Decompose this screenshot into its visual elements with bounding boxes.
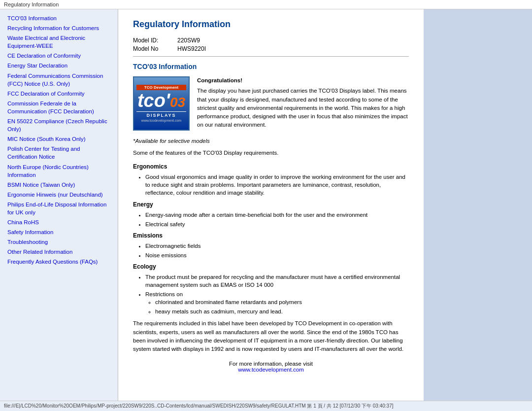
tco-logo-url: www.tcodevelopment.com (141, 119, 181, 122)
sidebar-item-recycling[interactable]: Recycling Information for Customers (7, 24, 110, 32)
sidebar-item-energy-star[interactable]: Energy Star Declaration (7, 62, 110, 69)
features-intro: Some of the features of the TCO'03 Displ… (133, 149, 409, 157)
sidebar-item-bsmi[interactable]: BSMI Notice (Taiwan Only) (7, 181, 110, 189)
for-more-section: For more information, please visit www.t… (133, 361, 409, 373)
sidebar-item-ergonomie[interactable]: Ergonomie Hinweis (nur Deutschland) (7, 191, 110, 199)
sidebar-item-fcc-declaration[interactable]: FCC Declaration of Conformity (7, 90, 110, 98)
sidebar-item-fcc[interactable]: Federal Communications Commission (FCC) … (7, 72, 110, 88)
footer-text: file:///E|/LCD%20/Monitor%20OEM/Philips/… (4, 403, 394, 409)
sidebar-item-north-europe[interactable]: North Europe (Nordic Countries) Informat… (7, 163, 110, 179)
content-area: Regulatory Information Model ID: 220SW9 … (118, 9, 424, 404)
title-bar-text: Regulatory Information (4, 1, 59, 7)
tco-logo-top: TCO Development (136, 85, 186, 90)
ergonomics-item-1: Good visual ergonomics and image quality… (145, 173, 409, 197)
congratulations-title: Congratulations! (197, 76, 409, 85)
divider (133, 56, 409, 57)
tco-logo: TCO Development tco' 03 DISPLAYS www.tco… (133, 76, 190, 131)
sidebar-item-faq[interactable]: Frequently Asked Questions (FAQs) (7, 258, 110, 266)
tco-logo-year: 03 (170, 95, 185, 110)
energy-item-1: Energy-saving mode after a certain time-… (145, 211, 409, 219)
sidebar-item-china-rohs[interactable]: China RoHS (7, 218, 110, 226)
sidebar-item-polish[interactable]: Polish Center for Testing and Certificat… (7, 145, 110, 161)
tco-section-title: TCO'03 Information (133, 63, 409, 70)
ergonomics-list: Good visual ergonomics and image quality… (145, 173, 409, 197)
ecology-list: The product must be prepared for recycli… (145, 273, 409, 315)
sidebar-item-other[interactable]: Other Related Information (7, 248, 110, 256)
tco-dev-link[interactable]: www.tcodevelopment.com (133, 367, 409, 373)
ecology-item-2-text: Restrictions on (145, 291, 183, 297)
sidebar: TCO'03 InformationRecycling Information … (0, 9, 118, 404)
sidebar-item-commission-fed[interactable]: Commission Federale de la Communication … (7, 100, 110, 115)
model-id-value: 220SW9 (177, 37, 200, 44)
ecology-sub-item-1: chlorinated and brominated flame retarda… (155, 298, 409, 306)
right-panel (424, 9, 532, 404)
tco-logo-displays: DISPLAYS (136, 111, 186, 118)
sidebar-item-weee[interactable]: Waste Electrical and Electronic Equipmen… (7, 34, 110, 50)
congratulations-text: The display you have just purchased carr… (197, 87, 409, 129)
model-info: Model ID: 220SW9 Model No HWS9220I (133, 37, 409, 52)
tco-dev-text: The requirements included in this label … (133, 319, 409, 353)
ecology-item-2: Restrictions on chlorinated and brominat… (145, 290, 409, 315)
sidebar-item-safety[interactable]: Safety Information (7, 228, 110, 236)
ergonomics-title: Ergonomics (133, 163, 409, 170)
emissions-item-2: Noise emissions (145, 251, 409, 259)
sidebar-item-ce[interactable]: CE Declaration of Conformity (7, 52, 110, 60)
ecology-item-1: The product must be prepared for recycli… (145, 273, 409, 289)
model-no-value: HWS9220I (177, 45, 206, 52)
sidebar-item-tco03[interactable]: TCO'03 Information (7, 14, 110, 22)
sidebar-item-troubleshooting[interactable]: Troubleshooting (7, 238, 110, 246)
sidebar-item-mic[interactable]: MIC Notice (South Korea Only) (7, 135, 110, 143)
title-bar: Regulatory Information (0, 0, 532, 9)
energy-title: Energy (133, 201, 409, 208)
emissions-item-1: Electromagnetic fields (145, 242, 409, 250)
footer-bar: file:///E|/LCD%20/Monitor%20OEM/Philips/… (0, 401, 532, 411)
energy-list: Energy-saving mode after a certain time-… (145, 211, 409, 228)
tco-info-box: TCO Development tco' 03 DISPLAYS www.tco… (133, 76, 409, 131)
emissions-list: Electromagnetic fields Noise emissions (145, 242, 409, 259)
for-more-label: For more information, please visit (133, 361, 409, 367)
page-title: Regulatory Information (133, 19, 409, 30)
emissions-title: Emissions (133, 232, 409, 239)
ecology-title: Ecology (133, 263, 409, 270)
model-no-label: Model No (133, 45, 177, 52)
ecology-sub-item-2: heavy metals such as cadmium, mercury an… (155, 308, 409, 315)
sidebar-item-philips[interactable]: Philips End-of-Life Disposal Information… (7, 201, 110, 216)
tco-description: Congratulations! The display you have ju… (197, 76, 409, 131)
model-id-label: Model ID: (133, 37, 177, 44)
energy-item-2: Electrical safety (145, 220, 409, 228)
sidebar-item-en55022[interactable]: EN 55022 Compliance (Czech Republic Only… (7, 117, 110, 133)
ecology-sub-list: chlorinated and brominated flame retarda… (155, 298, 409, 315)
tco-logo-main: tco' (137, 91, 170, 110)
available-note: *Available for selective models (133, 138, 409, 144)
